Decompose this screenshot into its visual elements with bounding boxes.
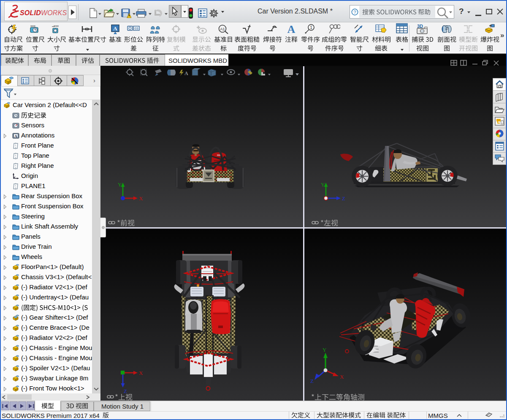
svg-text:Y: Y <box>323 347 327 353</box>
svg-text:Y: Y <box>321 181 325 188</box>
svg-text:Y: Y <box>118 181 122 188</box>
svg-text:X: X <box>139 370 143 376</box>
svg-text:X: X <box>139 195 143 202</box>
svg-text:X: X <box>340 374 344 380</box>
svg-text:Z: Z <box>342 195 345 202</box>
svg-text:Z: Z <box>310 378 314 384</box>
svg-text:Z: Z <box>124 388 127 394</box>
